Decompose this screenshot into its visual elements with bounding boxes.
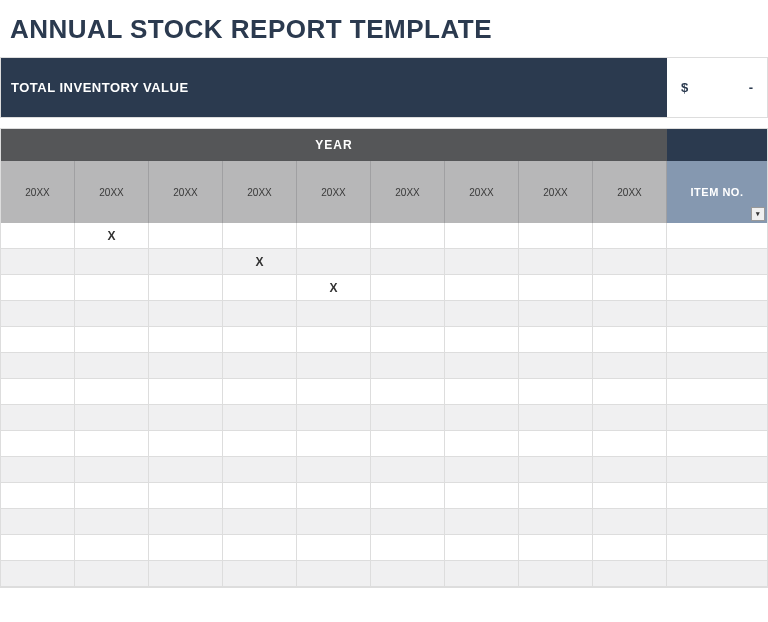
data-cell[interactable] [223,275,297,301]
data-cell[interactable] [445,327,519,353]
data-cell[interactable] [371,405,445,431]
data-cell[interactable] [75,405,149,431]
data-cell[interactable] [1,301,75,327]
data-cell[interactable] [223,353,297,379]
data-cell[interactable] [149,405,223,431]
data-cell[interactable] [371,353,445,379]
data-cell[interactable] [149,301,223,327]
data-cell[interactable] [1,561,75,587]
data-cell[interactable] [1,405,75,431]
item-no-cell[interactable] [667,535,767,561]
data-cell[interactable] [445,379,519,405]
year-column-header[interactable]: 20XX [371,161,445,223]
data-cell[interactable] [593,457,667,483]
item-no-cell[interactable] [667,223,767,249]
data-cell[interactable] [75,275,149,301]
data-cell[interactable] [149,275,223,301]
item-no-cell[interactable] [667,275,767,301]
data-cell[interactable] [519,301,593,327]
data-cell[interactable] [371,431,445,457]
data-cell[interactable] [371,249,445,275]
item-no-cell[interactable] [667,405,767,431]
year-column-header[interactable]: 20XX [519,161,593,223]
item-no-cell[interactable] [667,561,767,587]
data-cell[interactable] [593,327,667,353]
data-cell[interactable] [519,223,593,249]
data-cell[interactable] [223,431,297,457]
data-cell[interactable] [149,379,223,405]
data-cell[interactable] [371,457,445,483]
data-cell[interactable] [519,535,593,561]
data-cell[interactable]: X [75,223,149,249]
data-cell[interactable] [1,509,75,535]
data-cell[interactable] [593,405,667,431]
data-cell[interactable] [519,405,593,431]
data-cell[interactable] [75,483,149,509]
data-cell[interactable] [297,353,371,379]
item-no-cell[interactable] [667,379,767,405]
data-cell[interactable] [297,327,371,353]
item-no-cell[interactable] [667,431,767,457]
data-cell[interactable] [223,223,297,249]
data-cell[interactable] [593,561,667,587]
data-cell[interactable] [1,483,75,509]
data-cell[interactable] [149,457,223,483]
data-cell[interactable] [223,509,297,535]
data-cell[interactable] [593,275,667,301]
data-cell[interactable] [223,301,297,327]
data-cell[interactable] [223,483,297,509]
inventory-value-cell[interactable]: $ - [667,58,767,117]
data-cell[interactable] [149,509,223,535]
data-cell[interactable] [593,509,667,535]
data-cell[interactable] [519,275,593,301]
item-no-cell[interactable] [667,301,767,327]
data-cell[interactable] [75,301,149,327]
data-cell[interactable] [371,535,445,561]
data-cell[interactable] [445,275,519,301]
data-cell[interactable] [75,457,149,483]
data-cell[interactable] [519,457,593,483]
data-cell[interactable] [371,275,445,301]
data-cell[interactable] [297,483,371,509]
data-cell[interactable] [149,535,223,561]
data-cell[interactable] [75,249,149,275]
item-no-cell[interactable] [667,457,767,483]
data-cell[interactable] [297,301,371,327]
data-cell[interactable] [1,223,75,249]
data-cell[interactable] [445,509,519,535]
item-no-cell[interactable] [667,249,767,275]
data-cell[interactable] [593,301,667,327]
data-cell[interactable] [297,457,371,483]
data-cell[interactable] [1,249,75,275]
data-cell[interactable] [75,379,149,405]
data-cell[interactable] [445,431,519,457]
data-cell[interactable] [1,353,75,379]
data-cell[interactable] [149,431,223,457]
data-cell[interactable] [297,561,371,587]
data-cell[interactable] [519,561,593,587]
data-cell[interactable] [297,249,371,275]
data-cell[interactable] [593,379,667,405]
data-cell[interactable] [75,353,149,379]
data-cell[interactable] [371,327,445,353]
data-cell[interactable] [1,379,75,405]
data-cell[interactable] [297,535,371,561]
data-cell[interactable] [1,535,75,561]
item-no-header[interactable]: ITEM NO. ▾ [667,161,767,223]
data-cell[interactable] [223,327,297,353]
data-cell[interactable] [445,405,519,431]
data-cell[interactable] [1,431,75,457]
data-cell[interactable] [445,353,519,379]
item-no-cell[interactable] [667,327,767,353]
item-no-cell[interactable] [667,509,767,535]
data-cell[interactable] [593,431,667,457]
data-cell[interactable] [75,327,149,353]
data-cell[interactable] [149,353,223,379]
data-cell[interactable] [519,327,593,353]
data-cell[interactable] [445,301,519,327]
data-cell[interactable] [593,535,667,561]
data-cell[interactable] [371,301,445,327]
data-cell[interactable] [1,327,75,353]
data-cell[interactable] [445,561,519,587]
data-cell[interactable] [445,457,519,483]
